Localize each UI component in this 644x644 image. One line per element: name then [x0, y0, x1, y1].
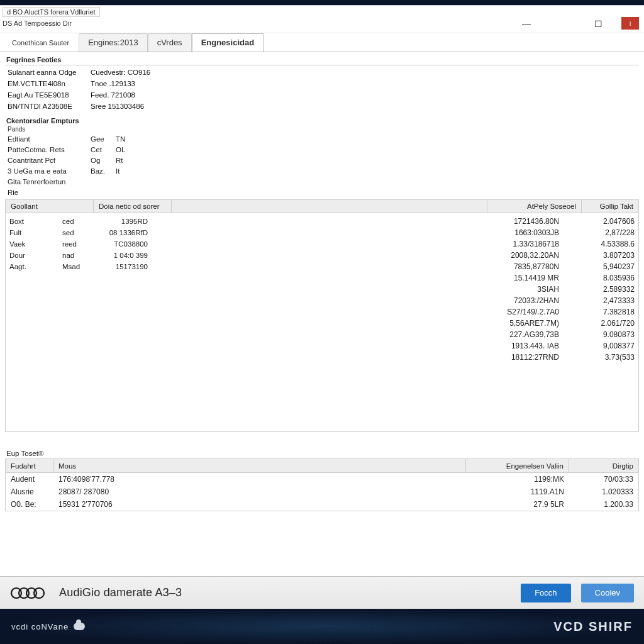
- tab-diagnostics[interactable]: Engnesicidad: [192, 33, 264, 52]
- g2-c3a: Baz.: [91, 166, 116, 177]
- g2-c0a: Gee: [91, 134, 116, 145]
- g2-c2a: Og: [91, 155, 116, 166]
- g1-k2: Eagt Au TE5E9018: [8, 89, 91, 101]
- table-row[interactable]: 1721436.80N2.047606: [172, 216, 635, 227]
- table-row[interactable]: 227.AG39,73B9.080873: [172, 329, 635, 340]
- g2-k3: 3 UeGa ma e eata: [8, 166, 91, 177]
- table-row[interactable]: Fultsed08 1336RfD: [9, 227, 168, 238]
- footer-right-text: VCD SHIRF: [553, 619, 633, 634]
- table-row[interactable]: 1.33/31867184.53388.6: [172, 238, 635, 250]
- tab-controller[interactable]: Conethican Sauter: [3, 33, 79, 52]
- g2-k5: Rie: [8, 187, 91, 198]
- g2-c2b: Rt: [116, 155, 141, 166]
- close-button[interactable]: i: [621, 17, 639, 30]
- g2-c3b: It: [116, 166, 141, 177]
- g2-c1b: OL: [116, 145, 141, 155]
- g2-k1: PatteCotma. Rets: [8, 145, 91, 155]
- table-row[interactable]: 15.14419 MR8.035936: [172, 272, 635, 284]
- table-row[interactable]: 18112:27RND3.73(533: [172, 352, 635, 363]
- g1-v1: Tnoe .129133: [91, 78, 179, 89]
- table-row[interactable]: Alusrie28087/ 2870801119.A1N1.020333: [6, 486, 638, 498]
- bcol-mous[interactable]: Mous: [53, 459, 466, 472]
- tab-engines[interactable]: Engines:2013: [79, 33, 148, 52]
- table-row[interactable]: Aagt.Msad15173190: [9, 261, 168, 272]
- tab-codes[interactable]: cVrdes: [148, 33, 192, 52]
- g2-k0: Edtiant: [8, 134, 91, 145]
- titlebar: d BO AluctTS forera Vdlluriet DS Ad Temp…: [0, 6, 644, 33]
- table-row[interactable]: 1913.443. IAB9,008377: [172, 340, 635, 352]
- col-golliptakt[interactable]: Gollip Takt: [582, 200, 638, 213]
- bcol-engvalin[interactable]: Engenelsen Valiin: [466, 459, 569, 472]
- group1-label: Fegrines Feoties: [5, 53, 639, 65]
- tab-bar: Conethican Sauter Engines:2013 cVrdes En…: [0, 33, 644, 52]
- table-row[interactable]: VaekreedTC038800: [9, 238, 168, 250]
- copy-button[interactable]: Coolev: [581, 584, 634, 602]
- table-row[interactable]: 5,56ARE7.7M)2.061/720: [172, 318, 635, 329]
- g2-k2: Coantritant Pcf: [8, 155, 91, 166]
- group2-grid: EdtiantGeeTN PatteCotma. RetsCetOL Coant…: [5, 133, 639, 199]
- g2-c0b: TN: [116, 134, 141, 145]
- group1-grid: Sulanart eanna OdgeCuedvestr: CO916 EM.V…: [5, 65, 639, 113]
- minimize-button[interactable]: —: [517, 17, 536, 31]
- bottom-header: Fudahrt Mous Engenelsen Valiin Dirgtip: [6, 459, 638, 473]
- col-apsoseoel[interactable]: AtPely Soseoel: [487, 200, 582, 213]
- table-row[interactable]: 72033:/2HAN2,473333: [172, 295, 635, 306]
- brand-text: AudiGio damerate A3–3: [59, 586, 182, 599]
- table-row[interactable]: Audent176:4098'77.7781199:MK70/03:33: [6, 473, 638, 486]
- bottom-group: Eup Toset® Fudahrt Mous Engenelsen Valii…: [5, 448, 639, 511]
- group2-sublabel: Pands: [5, 126, 639, 133]
- footer-left: vcdi coNVane: [11, 622, 85, 631]
- app-window: d BO AluctTS forera Vdlluriet DS Ad Temp…: [0, 5, 644, 582]
- brand-bar: AudiGio damerate A3–3 Focch Coolev: [0, 576, 644, 609]
- g1-v3: Sree 151303486: [91, 101, 179, 112]
- g2-k4: Gita Tenrerfoertun: [8, 177, 91, 187]
- g1-k0: Sulanart eanna Odge: [8, 67, 91, 78]
- col-domain[interactable]: Doia netic od sorer: [94, 200, 172, 213]
- table-row[interactable]: S27/149/.2.7A07.382818: [172, 306, 635, 318]
- svg-point-3: [34, 588, 44, 598]
- window-subtitle: DS Ad Tempoessio Dir: [3, 19, 72, 27]
- table-row[interactable]: 7835,87780N5,940237: [172, 261, 635, 272]
- main-right-block: 1721436.80N2.047606 1663:0303JB2,87/228 …: [172, 213, 638, 431]
- window-title: d BO AluctTS forera Vdlluriet: [3, 7, 100, 17]
- main-table-header: Goollant Doia netic od sorer AtPely Sose…: [5, 199, 639, 213]
- main-left-block: Boxtced1395RD Fultsed08 1336RfD Vaekreed…: [6, 213, 172, 431]
- cloud-icon: [74, 623, 85, 630]
- maximize-button[interactable]: ☐: [589, 17, 608, 31]
- table-row[interactable]: O0. Be:15931 2'77070627.9 5LR1.200.33: [6, 498, 638, 511]
- bottom-label: Eup Toset®: [5, 448, 639, 458]
- fetch-button[interactable]: Focch: [521, 584, 570, 602]
- bcol-fudahrt[interactable]: Fudahrt: [6, 459, 53, 472]
- content-area: Fegrines Feoties Sulanart eanna OdgeCued…: [0, 53, 644, 511]
- g2-c1a: Cet: [91, 145, 116, 155]
- col-coolant[interactable]: Goollant: [6, 200, 94, 213]
- main-table-body: Boxtced1395RD Fultsed08 1336RfD Vaekreed…: [5, 213, 639, 432]
- g1-v0: Cuedvestr: CO916: [91, 67, 179, 78]
- footer-left-text: vcdi coNVane: [11, 622, 69, 631]
- audi-rings-icon: [10, 586, 49, 601]
- table-row[interactable]: 3SIAH2.589332: [172, 284, 635, 295]
- table-row[interactable]: Boxtced1395RD: [9, 216, 168, 227]
- table-row[interactable]: Dournad1 04:0 399: [9, 250, 168, 261]
- g1-k3: BN/TNTDI A23508E: [8, 101, 91, 112]
- g1-v2: Feed. 721008: [91, 89, 179, 101]
- group2-label: Ckentorsdiar Empturs: [5, 114, 639, 126]
- col-spacer: [172, 200, 487, 213]
- bottom-table: Fudahrt Mous Engenelsen Valiin Dirgtip A…: [5, 458, 639, 511]
- footer-bar: vcdi coNVane VCD SHIRF: [0, 609, 644, 644]
- bcol-dirgtip[interactable]: Dirgtip: [569, 459, 638, 472]
- table-row[interactable]: 2008,32.20AN3.807203: [172, 250, 635, 261]
- g1-k1: EM.VCTLTE4i08n: [8, 78, 91, 89]
- table-row[interactable]: 1663:0303JB2,87/228: [172, 227, 635, 238]
